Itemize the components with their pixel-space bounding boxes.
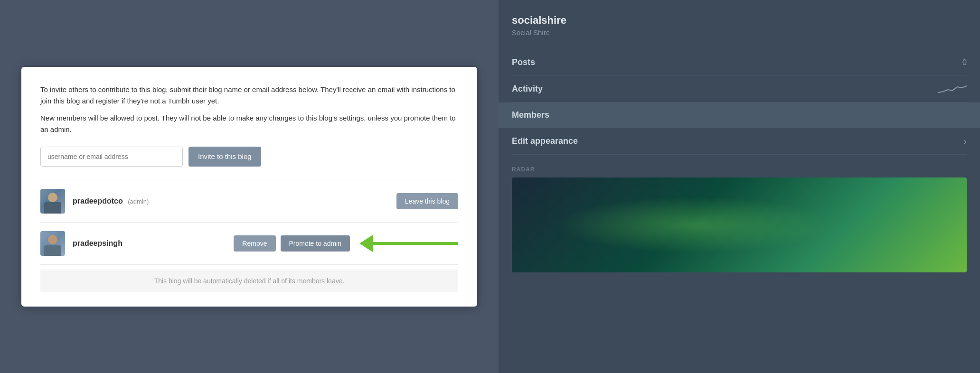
arrow-head-icon (359, 235, 373, 252)
blog-name: socialshire (512, 14, 967, 27)
radar-preview (512, 177, 967, 272)
sidebar-item-edit-appearance[interactable]: Edit appearance › (512, 128, 967, 155)
auto-delete-text: This blog will be automatically deleted … (48, 277, 451, 285)
promote-to-admin-button[interactable]: Promote to admin (281, 235, 350, 252)
radar-label: RADAR (512, 166, 967, 173)
sidebar-members-label: Members (512, 110, 549, 120)
sidebar: socialshire Social Shire Posts 0 Activit… (499, 0, 980, 373)
activity-graph-icon (938, 83, 967, 94)
chevron-right-icon: › (963, 136, 967, 147)
member-name-pradeepdotco: pradeepdotco (admin) (73, 197, 389, 205)
member-actions-pradeepsingh: Remove Promote to admin (234, 235, 458, 252)
avatar-pradeepdotco (40, 189, 65, 214)
blog-display-name: Social Shire (512, 28, 967, 37)
description-line-1: To invite others to contribute to this b… (40, 84, 458, 107)
member-name-pradeepsingh: pradeepsingh (73, 239, 226, 248)
member-actions-pradeepdotco: Leave this blog (396, 193, 458, 209)
avatar-pradeepsingh (40, 231, 65, 256)
invite-row: Invite to this blog (40, 147, 458, 167)
sidebar-edit-appearance-label: Edit appearance (512, 136, 578, 146)
member-role-pradeepdotco: (admin) (128, 198, 149, 205)
auto-delete-notice: This blog will be automatically deleted … (40, 270, 458, 292)
member-row-pradeepsingh: pradeepsingh Remove Promote to admin (40, 223, 458, 265)
sidebar-item-activity[interactable]: Activity (512, 75, 967, 103)
sidebar-activity-label: Activity (512, 84, 543, 94)
main-area: To invite others to contribute to this b… (0, 0, 499, 373)
invite-button[interactable]: Invite to this blog (188, 147, 261, 167)
member-row-pradeepdotco: pradeepdotco (admin) Leave this blog (40, 180, 458, 223)
modal-card: To invite others to contribute to this b… (21, 67, 477, 307)
sidebar-posts-value: 0 (962, 58, 967, 67)
sidebar-item-members[interactable]: Members (499, 103, 980, 128)
modal-description: To invite others to contribute to this b… (40, 84, 458, 135)
description-line-2: New members will be allowed to post. The… (40, 112, 458, 135)
sidebar-posts-label: Posts (512, 57, 535, 67)
remove-member-button[interactable]: Remove (234, 235, 275, 252)
leave-blog-button[interactable]: Leave this blog (396, 193, 458, 209)
sidebar-item-posts[interactable]: Posts 0 (512, 50, 967, 75)
invite-input[interactable] (40, 147, 183, 167)
arrow-indicator (359, 235, 458, 252)
arrow-line (373, 242, 458, 245)
